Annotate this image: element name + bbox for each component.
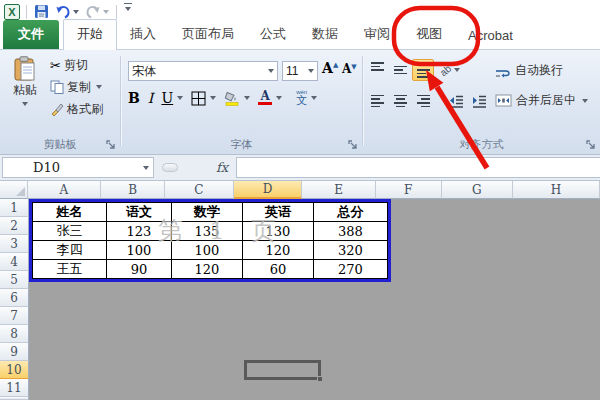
- align-center-button[interactable]: [389, 90, 411, 112]
- row-header-6[interactable]: 6: [0, 289, 29, 307]
- cell-a1[interactable]: 姓名: [33, 203, 107, 222]
- copy-dropdown[interactable]: [96, 85, 102, 89]
- format-painter-button[interactable]: 格式刷: [48, 99, 105, 119]
- align-right-button[interactable]: [412, 90, 434, 112]
- column-header-c[interactable]: C: [165, 181, 234, 199]
- cut-button[interactable]: ✂ 剪切: [48, 55, 90, 75]
- cell-a2[interactable]: 张三: [33, 222, 107, 241]
- orientation-button[interactable]: ab: [435, 59, 465, 81]
- cell-c3[interactable]: 100: [172, 241, 243, 260]
- column-header-h[interactable]: H: [513, 181, 600, 199]
- cell-b2[interactable]: 123: [107, 222, 172, 241]
- align-middle-button[interactable]: [389, 59, 411, 81]
- name-box-dropdown[interactable]: [143, 166, 149, 170]
- fill-color-dropdown[interactable]: [244, 96, 250, 100]
- formula-bar-splitter[interactable]: [162, 163, 178, 172]
- row-header-4[interactable]: 4: [0, 253, 29, 271]
- font-dialog-launcher[interactable]: [348, 140, 358, 150]
- tab-view[interactable]: 视图: [403, 20, 455, 49]
- name-box[interactable]: D10: [2, 157, 154, 178]
- increase-indent-button[interactable]: [468, 90, 490, 112]
- cell-a3[interactable]: 李四: [33, 241, 107, 260]
- font-color-dropdown[interactable]: [276, 96, 282, 100]
- qat-customize-button[interactable]: [123, 3, 133, 21]
- clipboard-dialog-launcher[interactable]: [106, 140, 116, 150]
- alignment-dialog-launcher[interactable]: [586, 140, 596, 150]
- align-top-button[interactable]: [366, 59, 388, 81]
- shrink-font-button[interactable]: A▼: [342, 62, 357, 76]
- formula-input[interactable]: [236, 157, 600, 178]
- row-header-7[interactable]: 7: [0, 307, 29, 325]
- row-header-2[interactable]: 2: [0, 217, 29, 235]
- align-left-button[interactable]: [366, 90, 388, 112]
- save-button[interactable]: [33, 3, 50, 21]
- grow-font-button[interactable]: A▲: [322, 60, 338, 76]
- cell-b3[interactable]: 100: [107, 241, 172, 260]
- cell-c1[interactable]: 数学: [172, 203, 243, 222]
- column-header-b[interactable]: B: [101, 181, 165, 199]
- tab-acrobat[interactable]: Acrobat: [455, 23, 526, 49]
- decrease-indent-button[interactable]: [445, 90, 467, 112]
- insert-function-button[interactable]: fx: [216, 160, 228, 175]
- column-header-d[interactable]: D: [234, 181, 303, 199]
- merge-center-dropdown[interactable]: [582, 99, 588, 103]
- paste-dropdown[interactable]: [22, 102, 28, 106]
- italic-button[interactable]: I: [148, 90, 154, 106]
- bold-button[interactable]: B: [128, 90, 140, 106]
- overline-icon: [124, 3, 132, 5]
- cell-e2[interactable]: 388: [314, 222, 388, 241]
- fill-color-button[interactable]: [224, 90, 240, 106]
- fill-handle[interactable]: [317, 376, 323, 382]
- cell-c4[interactable]: 120: [172, 260, 243, 279]
- cell-b1[interactable]: 语文: [107, 203, 172, 222]
- column-header-e[interactable]: E: [302, 181, 375, 199]
- orientation-dropdown[interactable]: [454, 68, 460, 72]
- cell-c2[interactable]: 135: [172, 222, 243, 241]
- underline-button[interactable]: U: [161, 90, 173, 106]
- column-header-g[interactable]: G: [442, 181, 514, 199]
- row-header-5[interactable]: 5: [0, 271, 29, 289]
- tab-data[interactable]: 数据: [299, 20, 351, 49]
- copy-button[interactable]: 复制: [48, 77, 104, 97]
- tab-file[interactable]: 文件: [3, 20, 59, 49]
- font-color-button[interactable]: A: [258, 91, 272, 105]
- paste-button[interactable]: 粘贴: [6, 56, 44, 132]
- column-header-a[interactable]: A: [28, 181, 101, 199]
- merge-center-button[interactable]: 合并后居中: [495, 92, 588, 109]
- cell-d4[interactable]: 60: [243, 260, 314, 279]
- row-header-3[interactable]: 3: [0, 235, 29, 253]
- font-name-combo[interactable]: 宋体: [128, 61, 278, 81]
- cell-d2[interactable]: 130: [243, 222, 314, 241]
- borders-button[interactable]: [191, 91, 206, 106]
- cell-d3[interactable]: 120: [243, 241, 314, 260]
- font-size-combo[interactable]: 11: [282, 61, 318, 81]
- row-header-9[interactable]: 9: [0, 343, 29, 361]
- tab-home[interactable]: 开始: [63, 19, 117, 50]
- wrap-text-button[interactable]: 自动换行: [495, 62, 563, 79]
- select-all-button[interactable]: [0, 181, 28, 199]
- cell-b4[interactable]: 90: [107, 260, 172, 279]
- column-header-f[interactable]: F: [376, 181, 442, 199]
- align-bottom-button[interactable]: [412, 59, 434, 81]
- row-header-10[interactable]: 10: [0, 361, 29, 379]
- group-font: 宋体 11 A▲ A▼ B I U: [121, 50, 362, 154]
- row-header-11[interactable]: 11: [0, 379, 29, 397]
- tab-review[interactable]: 审阅: [351, 20, 403, 49]
- cell-e3[interactable]: 320: [314, 241, 388, 260]
- tab-formulas[interactable]: 公式: [247, 20, 299, 49]
- tab-page-layout[interactable]: 页面布局: [169, 20, 247, 49]
- underline-dropdown[interactable]: [177, 96, 183, 100]
- cell-a4[interactable]: 王五: [33, 260, 107, 279]
- tab-insert[interactable]: 插入: [117, 20, 169, 49]
- row-header-1[interactable]: 1: [0, 199, 29, 217]
- cell-e1[interactable]: 总分: [314, 203, 388, 222]
- cell-e4[interactable]: 270: [314, 260, 388, 279]
- row-header-8[interactable]: 8: [0, 325, 29, 343]
- phonetic-dropdown[interactable]: [311, 96, 317, 100]
- phonetic-button[interactable]: wén 文: [296, 90, 307, 106]
- cut-label: 剪切: [64, 57, 88, 74]
- undo-dropdown[interactable]: [73, 10, 79, 14]
- undo-button[interactable]: [54, 3, 80, 21]
- cell-d1[interactable]: 英语: [243, 203, 314, 222]
- borders-dropdown[interactable]: [210, 96, 216, 100]
